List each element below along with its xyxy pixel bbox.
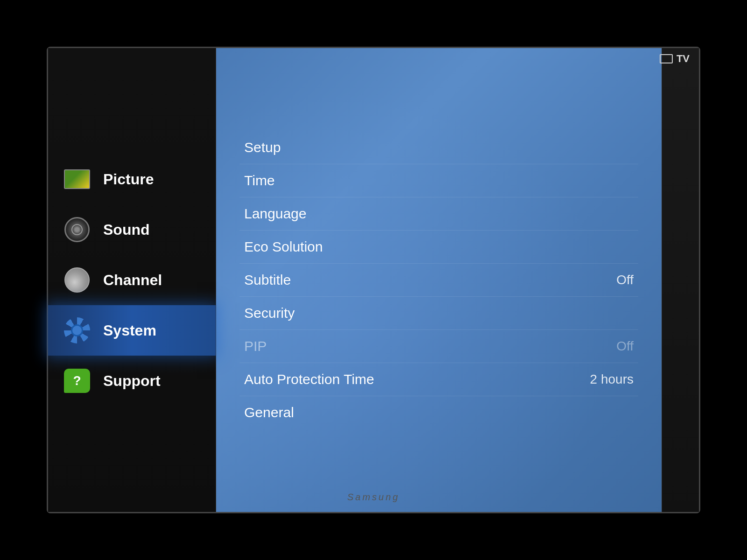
right-edge-panel: [662, 48, 699, 512]
pip-label: PIP: [244, 338, 267, 354]
sound-icon: [62, 215, 92, 245]
sidebar-item-support[interactable]: Support: [48, 356, 216, 406]
sidebar-item-sound-label: Sound: [103, 221, 150, 238]
subtitle-value: Off: [616, 273, 634, 287]
menu-container: Picture Sound Channel: [48, 48, 699, 512]
sidebar-item-channel[interactable]: Channel: [48, 255, 216, 305]
tv-source-label: TV: [677, 53, 690, 65]
submenu-item-setup[interactable]: Setup: [240, 131, 638, 164]
sidebar: Picture Sound Channel: [48, 48, 216, 512]
support-icon: [62, 366, 92, 396]
auto-protection-time-value: 2 hours: [590, 372, 634, 387]
submenu-panel: Setup Time Language Eco Solution Subtitl…: [216, 48, 662, 512]
sidebar-item-picture-label: Picture: [103, 171, 154, 188]
language-label: Language: [244, 206, 306, 222]
system-icon: [62, 315, 92, 345]
pip-value: Off: [616, 339, 634, 354]
sidebar-item-sound[interactable]: Sound: [48, 204, 216, 255]
submenu-item-pip[interactable]: PIP Off: [240, 330, 638, 363]
channel-icon: [62, 265, 92, 295]
security-label: Security: [244, 305, 295, 321]
auto-protection-time-label: Auto Protection Time: [244, 371, 374, 387]
eco-solution-label: Eco Solution: [244, 239, 323, 255]
sidebar-item-system[interactable]: System: [48, 305, 216, 356]
tv-screen: TV Picture Sound: [47, 47, 700, 513]
submenu-item-eco-solution[interactable]: Eco Solution: [240, 231, 638, 264]
picture-icon: [62, 164, 92, 194]
submenu-item-language[interactable]: Language: [240, 197, 638, 231]
submenu-item-security[interactable]: Security: [240, 297, 638, 330]
subtitle-label: Subtitle: [244, 272, 291, 288]
time-label: Time: [244, 173, 275, 189]
submenu-item-general[interactable]: General: [240, 396, 638, 429]
tv-top-bar: TV: [660, 53, 690, 65]
submenu-item-time[interactable]: Time: [240, 164, 638, 197]
sidebar-item-channel-label: Channel: [103, 272, 162, 289]
general-label: General: [244, 405, 294, 420]
sidebar-item-system-label: System: [103, 322, 156, 339]
sidebar-item-support-label: Support: [103, 372, 161, 390]
samsung-logo: Samsung: [347, 492, 400, 503]
setup-label: Setup: [244, 140, 281, 155]
submenu-item-auto-protection-time[interactable]: Auto Protection Time 2 hours: [240, 363, 638, 396]
sidebar-item-picture[interactable]: Picture: [48, 154, 216, 204]
submenu-item-subtitle[interactable]: Subtitle Off: [240, 264, 638, 297]
tv-source-icon: [660, 54, 673, 63]
